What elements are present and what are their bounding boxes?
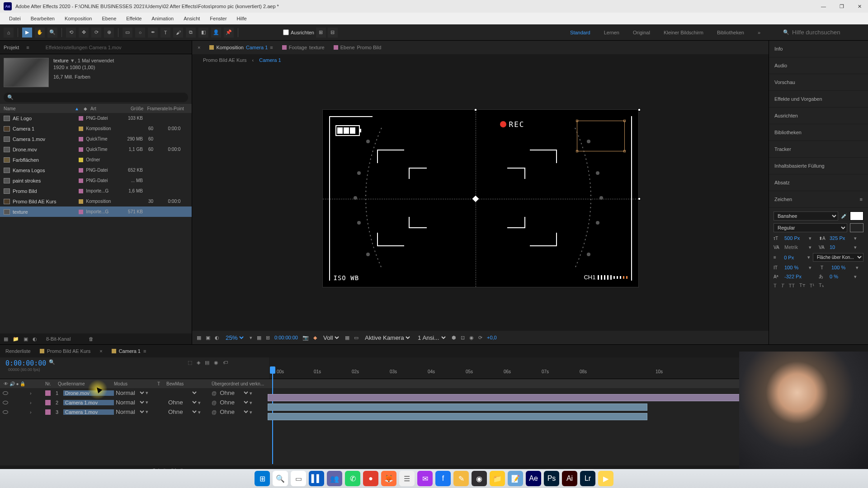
maximize-button[interactable]: ❐ <box>837 2 847 11</box>
taskbar-start-icon[interactable]: ⊞ <box>255 471 270 486</box>
lock-toggle-icon[interactable] <box>20 400 24 405</box>
col-size[interactable]: Größe <box>122 106 146 111</box>
sort-icon[interactable]: ▲ <box>75 106 82 111</box>
eraser-tool-icon[interactable]: ◧ <box>198 28 208 38</box>
label-color-icon[interactable] <box>79 168 83 173</box>
col-name[interactable]: Name <box>4 106 74 111</box>
menu-fenster[interactable]: Fenster <box>205 15 231 22</box>
3d-icon[interactable]: ⬢ <box>452 335 456 341</box>
mask-icon[interactable]: ◐ <box>215 335 219 341</box>
exposure[interactable]: +0,0 <box>487 335 497 340</box>
pen-tool-icon[interactable]: ✒ <box>148 28 158 38</box>
blend-mode-select[interactable]: Normal <box>114 389 146 397</box>
type-tool-icon[interactable]: T <box>160 28 170 38</box>
project-search[interactable]: 🔍 <box>4 93 188 102</box>
sub-icon[interactable]: T₁ <box>819 282 824 288</box>
taskbar-app2-icon[interactable]: ☰ <box>399 471 415 486</box>
taskbar-app3-icon[interactable]: ✎ <box>453 471 469 486</box>
sel-handle[interactable] <box>638 108 641 111</box>
caps-icon[interactable]: TT <box>788 283 794 288</box>
workspace-kleiner[interactable]: Kleiner Bildschirm <box>664 30 703 35</box>
visibility-toggle-icon[interactable] <box>3 401 8 404</box>
taskbar-taskview-icon[interactable]: ▭ <box>291 471 306 486</box>
layer-row[interactable]: › 1 Drone.mov Normal▾ @ Ohne▾ <box>0 388 868 398</box>
crumb-current[interactable]: Camera 1 <box>259 57 281 63</box>
res-icon[interactable]: ▦ <box>257 335 261 341</box>
zoom-select[interactable]: 25% <box>224 334 245 342</box>
layer-name[interactable]: Camera 1.mov <box>63 400 114 405</box>
tab-project-menu-icon[interactable]: ≡ <box>26 45 29 50</box>
parent-select[interactable]: Ohne <box>218 399 250 406</box>
workspace-bibliotheken[interactable]: Bibliotheken <box>717 30 744 35</box>
project-item[interactable]: Camera 1 Komposition 60 0:00:0 <box>0 123 192 134</box>
sel-handle[interactable] <box>474 108 477 111</box>
project-item[interactable]: Camera 1.mov QuickTime 290 MB 60 <box>0 134 192 144</box>
layer-name[interactable]: Camera 1.mov <box>63 409 114 415</box>
taskbar-firefox-icon[interactable]: 🦊 <box>381 471 396 486</box>
italic-icon[interactable]: T <box>781 283 784 288</box>
label-color-icon[interactable] <box>79 147 83 152</box>
workspace-lernen[interactable]: Lernen <box>604 30 619 35</box>
pickwhip-icon[interactable]: @ <box>212 409 217 415</box>
parent-select[interactable]: Ohne <box>218 389 250 397</box>
panel-menu-icon[interactable]: ≡ <box>860 197 863 202</box>
transparency-icon[interactable]: ▦ <box>345 335 349 341</box>
alpha-icon[interactable]: ▦ <box>197 335 201 341</box>
kerning-input[interactable]: Metrik <box>784 244 806 250</box>
label-color-icon[interactable] <box>79 189 83 193</box>
orbit-tool-icon[interactable]: ⟲ <box>66 28 76 38</box>
resolution-select[interactable]: Voll <box>321 334 340 342</box>
track-matte-select[interactable] <box>166 389 198 397</box>
label-color-icon[interactable] <box>79 116 83 121</box>
taskbar-files-icon[interactable]: 📁 <box>490 471 505 486</box>
trash-icon[interactable]: 🗑 <box>89 336 94 342</box>
tsume-input[interactable]: 0 % <box>830 274 851 279</box>
project-item[interactable]: Drone.mov QuickTime 1,1 GB 60 0:00:0 <box>0 144 192 155</box>
snap-opt2-icon[interactable]: ⊟ <box>328 28 338 38</box>
tab-project[interactable]: Projekt <box>4 45 19 50</box>
taskbar-app4-icon[interactable]: ▶ <box>598 471 613 486</box>
label-color-icon[interactable] <box>79 137 83 141</box>
layer-name[interactable]: Drone.mov <box>63 390 114 396</box>
project-item[interactable]: Promo Bild AE Kurs Komposition 30 0:00:0 <box>0 196 192 206</box>
tl-opt4-icon[interactable]: ◉ <box>214 360 218 366</box>
menu-ansicht[interactable]: Ansicht <box>179 15 204 22</box>
project-item[interactable]: Kamera Logos PNG-Datei 652 KB <box>0 165 192 175</box>
stroke-color-swatch[interactable] <box>850 223 863 232</box>
project-list[interactable]: AE Logo PNG-Datei 103 KB Camera 1 Kompos… <box>0 113 192 217</box>
menu-animation[interactable]: Animation <box>147 15 178 22</box>
tl-opt5-icon[interactable]: 🏷 <box>223 360 228 366</box>
comp-tab-close-icon[interactable]: × <box>198 45 200 50</box>
help-search-input[interactable] <box>792 29 855 36</box>
roto-tool-icon[interactable]: 👤 <box>211 28 221 38</box>
bold-icon[interactable]: T <box>774 283 777 288</box>
parent-select[interactable]: Ohne <box>218 408 250 416</box>
label-color-icon[interactable] <box>79 127 83 131</box>
puppet-tool-icon[interactable]: 📌 <box>224 28 234 38</box>
panel-vorschau[interactable]: Vorschau <box>769 74 868 91</box>
font-style-select[interactable]: Regular <box>774 223 847 232</box>
taskbar-explorer-icon[interactable]: ▌▌ <box>309 471 324 486</box>
taskbar-lr-icon[interactable]: Lr <box>580 471 595 486</box>
blend-mode-select[interactable]: Normal <box>114 399 146 406</box>
leading-input[interactable]: 325 Px <box>830 235 851 241</box>
ellipse-tool-icon[interactable]: ○ <box>135 28 145 38</box>
col-source-name[interactable]: Quellenname <box>58 381 114 386</box>
layer-bar[interactable] <box>268 404 647 411</box>
col-type[interactable]: Art <box>90 106 121 111</box>
vscale-input[interactable]: 100 % <box>784 265 806 270</box>
project-item[interactable]: texture Importe...G 571 KB <box>0 206 192 217</box>
fill-color-swatch[interactable] <box>850 211 863 221</box>
col-label-icon[interactable]: ◆ <box>84 106 90 111</box>
tl-opt3-icon[interactable]: ▤ <box>205 360 209 366</box>
panel-inhalt[interactable]: Inhaltsbasierte Füllung <box>769 158 868 174</box>
panel-bibliotheken[interactable]: Bibliotheken <box>769 124 868 141</box>
baseline-input[interactable]: -322 Px <box>784 274 806 279</box>
brush-tool-icon[interactable]: 🖌 <box>173 28 183 38</box>
layer-bar[interactable] <box>268 413 647 420</box>
track-matte-select[interactable]: Ohne <box>166 408 198 416</box>
taskbar-messenger-icon[interactable]: ✉ <box>417 471 433 486</box>
label-color-icon[interactable] <box>79 158 83 162</box>
workspace-standard[interactable]: Standard <box>570 30 590 35</box>
clone-tool-icon[interactable]: ⧉ <box>186 28 196 38</box>
